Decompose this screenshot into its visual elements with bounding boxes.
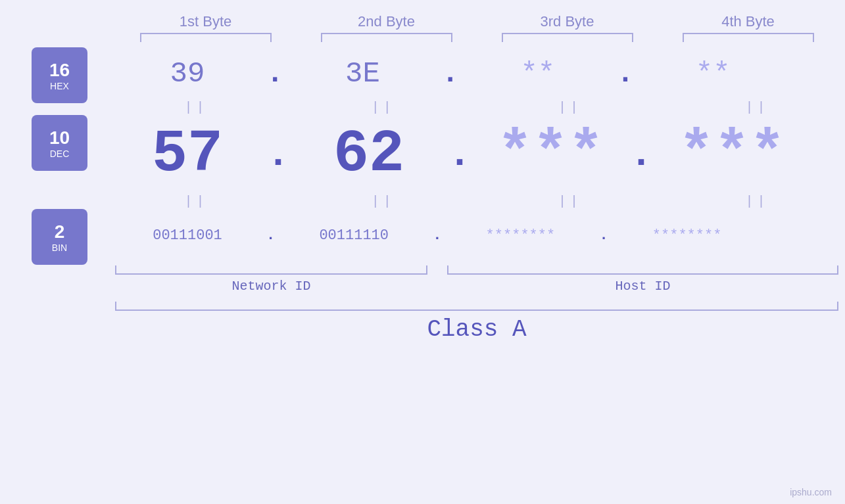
- network-bracket: [115, 265, 427, 275]
- hex-badge: 16 HEX: [32, 47, 87, 103]
- hex-byte2: 3E: [283, 57, 441, 90]
- watermark: ipshu.com: [790, 487, 832, 497]
- dec-byte3: ***: [471, 121, 629, 188]
- bin-base-label: BIN: [52, 242, 67, 253]
- bracket-byte3: [502, 33, 633, 42]
- sep-dec-byte1: ||: [118, 194, 276, 209]
- outer-bracket: [115, 302, 838, 311]
- sep-hex-byte3: ||: [491, 100, 649, 115]
- host-bracket: [447, 265, 838, 275]
- byte1-header: 1st Byte: [127, 13, 285, 30]
- sep-hex-byte4: ||: [678, 100, 836, 115]
- bin-byte3: ********: [441, 227, 599, 244]
- bin-byte1: 00111001: [109, 227, 266, 244]
- id-labels-row: Network ID Host ID: [115, 279, 838, 294]
- network-id-label: Network ID: [115, 279, 427, 294]
- bracket-byte4: [683, 33, 814, 42]
- dec-byte1: 57: [109, 121, 266, 188]
- hex-byte3: **: [459, 57, 617, 90]
- bottom-bracket-area: [115, 265, 838, 275]
- byte4-header: 4th Byte: [669, 13, 827, 30]
- dec-base-num: 10: [49, 127, 70, 149]
- dec-dot1: .: [266, 132, 290, 177]
- hex-byte4: **: [634, 57, 792, 90]
- class-label: Class A: [115, 316, 838, 343]
- dec-dot3: .: [629, 132, 653, 177]
- hex-row: 16 HEX 39 . 3E . ** . **: [0, 47, 845, 100]
- dec-dot2: .: [448, 132, 471, 177]
- sep-hex-byte2: ||: [304, 100, 462, 115]
- dec-base-label: DEC: [50, 149, 70, 159]
- hex-dot3: .: [617, 57, 634, 90]
- bin-byte4: ********: [608, 227, 766, 244]
- host-id-label: Host ID: [447, 279, 838, 294]
- bin-badge: 2 BIN: [32, 209, 87, 265]
- sep-dec-byte4: ||: [678, 194, 836, 209]
- bin-byte2: 00111110: [275, 227, 433, 244]
- bin-dot3: .: [599, 227, 608, 244]
- bin-base-num: 2: [55, 221, 65, 242]
- hex-base-num: 16: [49, 60, 70, 81]
- hex-dot2: .: [441, 57, 458, 90]
- dec-byte4: ***: [653, 121, 811, 188]
- sep-dec-byte3: ||: [491, 194, 649, 209]
- hex-base-label: HEX: [50, 81, 69, 91]
- dec-row: 10 DEC 57 . 62 . *** . ***: [0, 115, 845, 194]
- hex-byte1: 39: [109, 57, 266, 90]
- bracket-byte2: [321, 33, 452, 42]
- byte3-header: 3rd Byte: [489, 13, 646, 30]
- bin-dot1: .: [266, 227, 275, 244]
- sep-dec-byte2: ||: [304, 194, 462, 209]
- bin-row: 2 BIN 00111001 . 00111110 . ******** . *…: [0, 209, 845, 262]
- bin-dot2: .: [433, 227, 441, 244]
- dec-badge: 10 DEC: [32, 115, 87, 171]
- bracket-byte1: [140, 33, 272, 42]
- dec-byte2: 62: [290, 121, 448, 188]
- byte2-header: 2nd Byte: [308, 13, 466, 30]
- hex-dot1: .: [266, 57, 283, 90]
- main-container: 1st Byte 2nd Byte 3rd Byte 4th Byte 16 H…: [0, 0, 845, 504]
- sep-hex-byte1: ||: [118, 100, 276, 115]
